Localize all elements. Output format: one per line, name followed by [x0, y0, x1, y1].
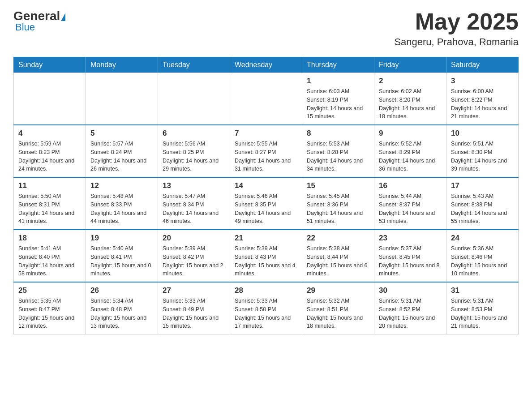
col-thursday: Thursday [302, 57, 374, 73]
calendar-cell: 29Sunrise: 5:32 AMSunset: 8:51 PMDayligh… [302, 282, 374, 334]
day-info: Sunrise: 5:38 AMSunset: 8:44 PMDaylight:… [307, 244, 369, 278]
calendar-cell: 12Sunrise: 5:48 AMSunset: 8:33 PMDayligh… [86, 177, 158, 230]
day-number: 16 [379, 181, 442, 190]
day-number: 2 [379, 77, 442, 86]
day-info: Sunrise: 5:41 AMSunset: 8:40 PMDaylight:… [18, 244, 81, 278]
calendar-title: May 2025 [394, 9, 519, 34]
calendar-cell: 3Sunrise: 6:00 AMSunset: 8:22 PMDaylight… [446, 73, 519, 125]
day-info: Sunrise: 5:31 AMSunset: 8:53 PMDaylight:… [451, 297, 514, 330]
calendar-cell: 11Sunrise: 5:50 AMSunset: 8:31 PMDayligh… [14, 177, 86, 230]
calendar-cell: 7Sunrise: 5:55 AMSunset: 8:27 PMDaylight… [230, 125, 302, 177]
day-number: 1 [307, 77, 369, 86]
calendar-cell: 13Sunrise: 5:47 AMSunset: 8:34 PMDayligh… [158, 177, 230, 230]
col-wednesday: Wednesday [230, 57, 302, 73]
calendar-cell: 1Sunrise: 6:03 AMSunset: 8:19 PMDaylight… [302, 73, 374, 125]
calendar-cell: 14Sunrise: 5:46 AMSunset: 8:35 PMDayligh… [230, 177, 302, 230]
day-info: Sunrise: 5:33 AMSunset: 8:49 PMDaylight:… [163, 297, 225, 330]
calendar-cell: 31Sunrise: 5:31 AMSunset: 8:53 PMDayligh… [446, 282, 519, 334]
day-number: 17 [451, 181, 514, 190]
day-info: Sunrise: 5:39 AMSunset: 8:42 PMDaylight:… [163, 244, 225, 278]
day-number: 5 [90, 129, 153, 138]
calendar-header-row: Sunday Monday Tuesday Wednesday Thursday… [14, 57, 519, 73]
calendar-cell: 28Sunrise: 5:33 AMSunset: 8:50 PMDayligh… [230, 282, 302, 334]
day-info: Sunrise: 6:02 AMSunset: 8:20 PMDaylight:… [379, 87, 442, 121]
day-info: Sunrise: 5:34 AMSunset: 8:48 PMDaylight:… [90, 297, 153, 330]
calendar-week-5: 25Sunrise: 5:35 AMSunset: 8:47 PMDayligh… [14, 282, 519, 334]
day-info: Sunrise: 5:39 AMSunset: 8:43 PMDaylight:… [235, 244, 297, 278]
calendar-cell: 15Sunrise: 5:45 AMSunset: 8:36 PMDayligh… [302, 177, 374, 230]
calendar-cell: 21Sunrise: 5:39 AMSunset: 8:43 PMDayligh… [230, 230, 302, 282]
day-info: Sunrise: 5:33 AMSunset: 8:50 PMDaylight:… [235, 297, 297, 330]
day-info: Sunrise: 6:03 AMSunset: 8:19 PMDaylight:… [307, 87, 369, 121]
day-info: Sunrise: 5:31 AMSunset: 8:52 PMDaylight:… [379, 297, 442, 330]
day-number: 25 [18, 286, 81, 295]
logo-blue-text: Blue [15, 21, 35, 33]
day-number: 6 [163, 129, 225, 138]
day-info: Sunrise: 5:32 AMSunset: 8:51 PMDaylight:… [307, 297, 369, 330]
calendar-week-4: 18Sunrise: 5:41 AMSunset: 8:40 PMDayligh… [14, 230, 519, 282]
calendar-cell [14, 73, 86, 125]
calendar-cell: 22Sunrise: 5:38 AMSunset: 8:44 PMDayligh… [302, 230, 374, 282]
calendar-cell: 20Sunrise: 5:39 AMSunset: 8:42 PMDayligh… [158, 230, 230, 282]
title-block: May 2025 Sangeru, Prahova, Romania [394, 9, 519, 48]
day-number: 18 [18, 234, 81, 243]
day-number: 22 [307, 234, 369, 243]
calendar-cell: 26Sunrise: 5:34 AMSunset: 8:48 PMDayligh… [86, 282, 158, 334]
day-info: Sunrise: 5:55 AMSunset: 8:27 PMDaylight:… [235, 140, 297, 173]
calendar-cell: 2Sunrise: 6:02 AMSunset: 8:20 PMDaylight… [374, 73, 446, 125]
calendar-cell [86, 73, 158, 125]
calendar-cell: 10Sunrise: 5:51 AMSunset: 8:30 PMDayligh… [446, 125, 519, 177]
day-number: 9 [379, 129, 442, 138]
day-number: 12 [90, 181, 153, 190]
day-info: Sunrise: 5:46 AMSunset: 8:35 PMDaylight:… [235, 192, 297, 226]
calendar-cell: 18Sunrise: 5:41 AMSunset: 8:40 PMDayligh… [14, 230, 86, 282]
calendar-cell: 5Sunrise: 5:57 AMSunset: 8:24 PMDaylight… [86, 125, 158, 177]
day-number: 20 [163, 234, 225, 243]
calendar-week-3: 11Sunrise: 5:50 AMSunset: 8:31 PMDayligh… [14, 177, 519, 230]
day-info: Sunrise: 5:36 AMSunset: 8:46 PMDaylight:… [451, 244, 514, 278]
day-info: Sunrise: 5:52 AMSunset: 8:29 PMDaylight:… [379, 140, 442, 173]
calendar-cell: 30Sunrise: 5:31 AMSunset: 8:52 PMDayligh… [374, 282, 446, 334]
day-info: Sunrise: 6:00 AMSunset: 8:22 PMDaylight:… [451, 87, 514, 121]
calendar-subtitle: Sangeru, Prahova, Romania [394, 36, 519, 48]
day-number: 15 [307, 181, 369, 190]
calendar-cell: 9Sunrise: 5:52 AMSunset: 8:29 PMDaylight… [374, 125, 446, 177]
col-friday: Friday [374, 57, 446, 73]
calendar-week-1: 1Sunrise: 6:03 AMSunset: 8:19 PMDaylight… [14, 73, 519, 125]
day-info: Sunrise: 5:40 AMSunset: 8:41 PMDaylight:… [90, 244, 153, 278]
day-info: Sunrise: 5:53 AMSunset: 8:28 PMDaylight:… [307, 140, 369, 173]
day-number: 21 [235, 234, 297, 243]
day-number: 11 [18, 181, 81, 190]
day-info: Sunrise: 5:51 AMSunset: 8:30 PMDaylight:… [451, 140, 514, 173]
calendar-cell: 25Sunrise: 5:35 AMSunset: 8:47 PMDayligh… [14, 282, 86, 334]
day-number: 27 [163, 286, 225, 295]
day-number: 8 [307, 129, 369, 138]
day-number: 13 [163, 181, 225, 190]
day-number: 24 [451, 234, 514, 243]
calendar-cell: 19Sunrise: 5:40 AMSunset: 8:41 PMDayligh… [86, 230, 158, 282]
page-header: General Blue May 2025 Sangeru, Prahova, … [13, 9, 519, 48]
day-number: 4 [18, 129, 81, 138]
logo-triangle-icon [61, 13, 65, 21]
col-sunday: Sunday [14, 57, 86, 73]
day-number: 14 [235, 181, 297, 190]
day-info: Sunrise: 5:48 AMSunset: 8:33 PMDaylight:… [90, 192, 153, 226]
calendar-cell [230, 73, 302, 125]
day-info: Sunrise: 5:37 AMSunset: 8:45 PMDaylight:… [379, 244, 442, 278]
day-number: 23 [379, 234, 442, 243]
day-info: Sunrise: 5:56 AMSunset: 8:25 PMDaylight:… [163, 140, 225, 173]
day-info: Sunrise: 5:50 AMSunset: 8:31 PMDaylight:… [18, 192, 81, 226]
day-info: Sunrise: 5:44 AMSunset: 8:37 PMDaylight:… [379, 192, 442, 226]
calendar-cell: 23Sunrise: 5:37 AMSunset: 8:45 PMDayligh… [374, 230, 446, 282]
calendar-week-2: 4Sunrise: 5:59 AMSunset: 8:23 PMDaylight… [14, 125, 519, 177]
calendar-cell: 6Sunrise: 5:56 AMSunset: 8:25 PMDaylight… [158, 125, 230, 177]
calendar-cell: 16Sunrise: 5:44 AMSunset: 8:37 PMDayligh… [374, 177, 446, 230]
day-number: 19 [90, 234, 153, 243]
col-monday: Monday [86, 57, 158, 73]
col-tuesday: Tuesday [158, 57, 230, 73]
calendar-cell [158, 73, 230, 125]
day-info: Sunrise: 5:43 AMSunset: 8:38 PMDaylight:… [451, 192, 514, 226]
calendar-cell: 8Sunrise: 5:53 AMSunset: 8:28 PMDaylight… [302, 125, 374, 177]
day-number: 10 [451, 129, 514, 138]
day-info: Sunrise: 5:45 AMSunset: 8:36 PMDaylight:… [307, 192, 369, 226]
